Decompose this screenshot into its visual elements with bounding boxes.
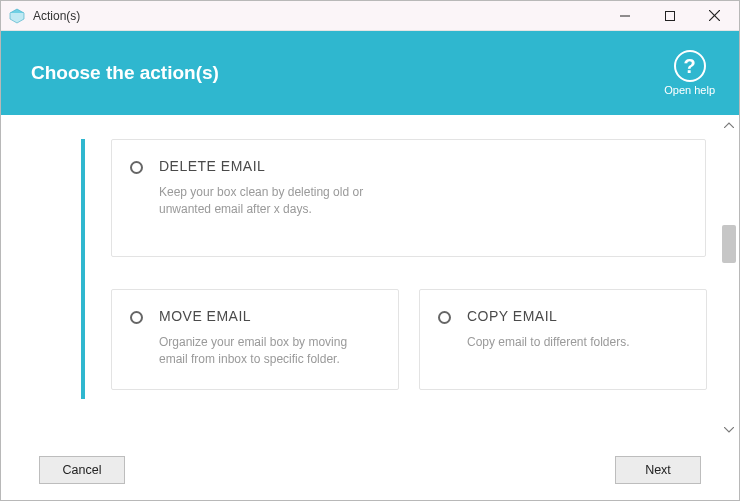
maximize-button[interactable] [647, 1, 692, 30]
cancel-button[interactable]: Cancel [39, 456, 125, 484]
radio-move-email[interactable] [130, 311, 143, 324]
header-band: Choose the action(s) ? Open help [1, 31, 739, 115]
accent-bar [81, 139, 85, 399]
card-desc: Copy email to different folders. [467, 334, 677, 351]
card-text: COPY EMAIL Copy email to different folde… [467, 308, 686, 351]
card-title: COPY EMAIL [467, 308, 686, 324]
help-label: Open help [664, 84, 715, 96]
card-delete-email[interactable]: DELETE EMAIL Keep your box clean by dele… [111, 139, 706, 257]
dialog-window: Action(s) Choose the action(s) ? Open he… [0, 0, 740, 501]
card-desc: Organize your email box by moving email … [159, 334, 369, 369]
close-button[interactable] [692, 1, 737, 30]
radio-delete-email[interactable] [130, 161, 143, 174]
window-controls [602, 1, 737, 30]
card-move-email[interactable]: MOVE EMAIL Organize your email box by mo… [111, 289, 399, 390]
radio-copy-email[interactable] [438, 311, 451, 324]
minimize-button[interactable] [602, 1, 647, 30]
row-secondary: MOVE EMAIL Organize your email box by mo… [111, 289, 707, 390]
title-bar: Action(s) [1, 1, 739, 31]
app-icon [9, 8, 25, 24]
page-title: Choose the action(s) [31, 62, 219, 84]
next-button[interactable]: Next [615, 456, 701, 484]
window-title: Action(s) [33, 9, 602, 23]
card-text: MOVE EMAIL Organize your email box by mo… [159, 308, 378, 369]
card-text: DELETE EMAIL Keep your box clean by dele… [159, 158, 685, 219]
card-title: DELETE EMAIL [159, 158, 685, 174]
scroll-up-icon[interactable] [721, 117, 737, 133]
cards-container: DELETE EMAIL Keep your box clean by dele… [111, 139, 707, 390]
scrollbar[interactable] [721, 117, 737, 438]
body: DELETE EMAIL Keep your box clean by dele… [1, 115, 739, 440]
scroll-thumb[interactable] [722, 225, 736, 263]
help-icon: ? [674, 50, 706, 82]
scroll-down-icon[interactable] [721, 422, 737, 438]
content-area: DELETE EMAIL Keep your box clean by dele… [81, 139, 707, 440]
footer: Cancel Next [1, 440, 739, 500]
card-desc: Keep your box clean by deleting old or u… [159, 184, 369, 219]
svg-rect-2 [665, 11, 674, 20]
card-title: MOVE EMAIL [159, 308, 378, 324]
card-copy-email[interactable]: COPY EMAIL Copy email to different folde… [419, 289, 707, 390]
open-help-button[interactable]: ? Open help [664, 50, 715, 96]
